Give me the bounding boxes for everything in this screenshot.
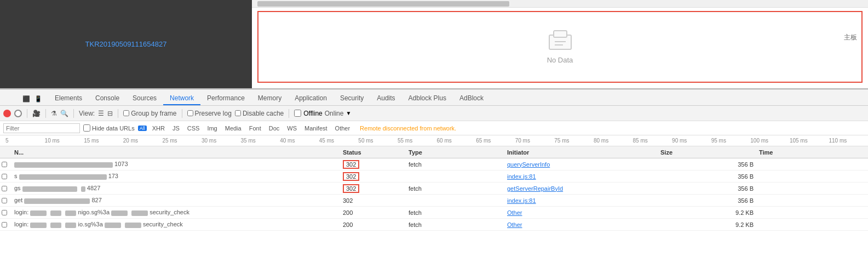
- filter-icon[interactable]: ⚗: [51, 110, 57, 117]
- table-row[interactable]: 1073 302 fetch queryServerInfo 356 B: [0, 158, 868, 170]
- timeline-ruler: 5 10 ms 15 ms 20 ms 25 ms 30 ms 35 ms 40…: [0, 135, 868, 146]
- disable-cache-checkbox[interactable]: Disable cache: [235, 110, 284, 117]
- requests-table: N... Status Type Initiator Size Time 107…: [0, 146, 868, 279]
- table-row[interactable]: login: io.sg%3a security_check 200 fetch…: [0, 219, 868, 231]
- tick-60: 60 ms: [437, 138, 476, 144]
- search-icon[interactable]: 🔍: [60, 110, 68, 117]
- tab-audits[interactable]: Audits: [370, 92, 401, 105]
- row-checkbox-5[interactable]: [0, 210, 9, 215]
- device-icon[interactable]: 📱: [34, 94, 43, 103]
- tab-adblock[interactable]: AdBlock: [453, 92, 490, 105]
- separator-4: [118, 109, 118, 118]
- cell-size-4: 356 B: [660, 197, 759, 204]
- table-header-row: N... Status Type Initiator Size Time: [0, 146, 868, 158]
- filter-type-font[interactable]: Font: [247, 125, 263, 132]
- tab-network[interactable]: Network: [163, 92, 200, 105]
- tab-security[interactable]: Security: [334, 92, 370, 105]
- online-label: Online: [325, 110, 344, 117]
- tab-memory[interactable]: Memory: [251, 92, 288, 105]
- view-label: View:: [79, 110, 95, 117]
- filter-type-ws[interactable]: WS: [285, 125, 299, 132]
- tab-performance[interactable]: Performance: [200, 92, 251, 105]
- preserve-log-checkbox[interactable]: Preserve log: [187, 110, 232, 117]
- disconnected-message: Remote disconnected from network.: [360, 125, 456, 132]
- filter-type-doc[interactable]: Doc: [267, 125, 282, 132]
- status-box-1: 302: [343, 160, 359, 169]
- preserve-log-input[interactable]: [187, 110, 193, 116]
- tab-adblock-plus[interactable]: Adblock Plus: [402, 92, 453, 105]
- filter-type-xhr[interactable]: XHR: [150, 125, 167, 132]
- tick-20: 20 ms: [123, 138, 163, 144]
- tab-application[interactable]: Application: [288, 92, 334, 105]
- cell-initiator-2[interactable]: index.js:81: [507, 173, 660, 180]
- cell-type-3: fetch: [409, 185, 507, 192]
- large-view-icon[interactable]: ⊟: [107, 110, 113, 117]
- filter-type-css[interactable]: CSS: [185, 125, 202, 132]
- tick-25: 25 ms: [162, 138, 202, 144]
- table-row[interactable]: s 173 302 index.js:81 356 B: [0, 170, 868, 183]
- tab-elements[interactable]: Elements: [48, 92, 89, 105]
- cell-status-1: 302: [343, 160, 409, 169]
- devtools-panel: ⬛ 📱 Elements Console Sources Network Per…: [0, 89, 868, 279]
- tick-85: 85 ms: [633, 138, 672, 144]
- row-checkbox-6[interactable]: [0, 222, 9, 227]
- tab-sources[interactable]: Sources: [126, 92, 163, 105]
- tick-55: 55 ms: [398, 138, 437, 144]
- separator-3: [73, 109, 74, 118]
- filter-input[interactable]: [3, 123, 80, 133]
- header-size: Size: [660, 149, 759, 156]
- cell-size-5: 9.2 KB: [660, 209, 759, 216]
- filter-type-img[interactable]: Img: [205, 125, 219, 132]
- tick-50: 50 ms: [358, 138, 398, 144]
- header-status: Status: [343, 149, 409, 156]
- separator-2: [45, 109, 46, 118]
- row-checkbox-2[interactable]: [0, 174, 9, 179]
- cursor-icon[interactable]: ⬛: [22, 94, 31, 103]
- filter-all-badge[interactable]: All: [138, 126, 147, 131]
- filter-type-media[interactable]: Media: [223, 125, 244, 132]
- record-button[interactable]: [3, 110, 11, 117]
- cell-initiator-5: Other: [507, 209, 660, 216]
- tkr-link[interactable]: TKR20190509111654827: [85, 40, 167, 48]
- header-type: Type: [409, 149, 507, 156]
- tick-110: 110 ms: [829, 138, 868, 144]
- tab-console[interactable]: Console: [89, 92, 126, 105]
- hide-data-urls-input[interactable]: [83, 124, 90, 132]
- cell-type-6: fetch: [409, 221, 507, 228]
- cell-size-2: 356 B: [660, 173, 759, 180]
- table-row[interactable]: login: nigo.sg%3a security_check 200 fet…: [0, 207, 868, 219]
- tick-5: 5: [5, 138, 45, 144]
- group-by-frame-input[interactable]: [123, 110, 129, 116]
- cell-initiator-6: Other: [507, 221, 660, 228]
- tab-icons: ⬛ 📱: [22, 94, 43, 105]
- dropdown-arrow[interactable]: ▼: [346, 110, 351, 116]
- top-right-panel: No Data 主板: [252, 0, 868, 88]
- filter-type-other[interactable]: Other: [333, 125, 353, 132]
- disable-cache-input[interactable]: [235, 110, 241, 116]
- table-row[interactable]: get 827 302 index.js:81 356 B: [0, 195, 868, 207]
- row-checkbox-4[interactable]: [0, 198, 9, 203]
- cell-initiator-1[interactable]: queryServerInfo: [507, 161, 660, 168]
- scrollbar-thumb[interactable]: [257, 1, 509, 7]
- row-checkbox-1[interactable]: [0, 162, 9, 167]
- table-row[interactable]: gs 4827 302 fetch getServerRepairById 35…: [0, 183, 868, 195]
- stop-button[interactable]: [14, 110, 22, 117]
- scrollbar[interactable]: [252, 0, 868, 8]
- separator-1: [27, 109, 27, 118]
- row-checkbox-3[interactable]: [0, 186, 9, 191]
- separator-6: [289, 109, 289, 118]
- camera-icon[interactable]: 🎥: [32, 110, 41, 117]
- offline-checkbox[interactable]: [294, 110, 301, 117]
- filter-type-manifest[interactable]: Manifest: [302, 125, 330, 132]
- tick-30: 30 ms: [202, 138, 241, 144]
- cell-initiator-3[interactable]: getServerRepairById: [507, 185, 660, 192]
- cell-initiator-4[interactable]: index.js:81: [507, 197, 660, 204]
- list-view-icon[interactable]: ☰: [98, 110, 104, 117]
- status-box-2: 302: [343, 172, 359, 181]
- hide-data-urls-label: Hide data URLs: [92, 125, 135, 132]
- filter-type-js[interactable]: JS: [170, 125, 182, 132]
- cell-name-3: gs 4827: [9, 185, 343, 191]
- tick-35: 35 ms: [241, 138, 280, 144]
- hide-data-urls-checkbox[interactable]: Hide data URLs: [83, 124, 135, 132]
- group-by-frame-checkbox[interactable]: Group by frame: [123, 110, 176, 117]
